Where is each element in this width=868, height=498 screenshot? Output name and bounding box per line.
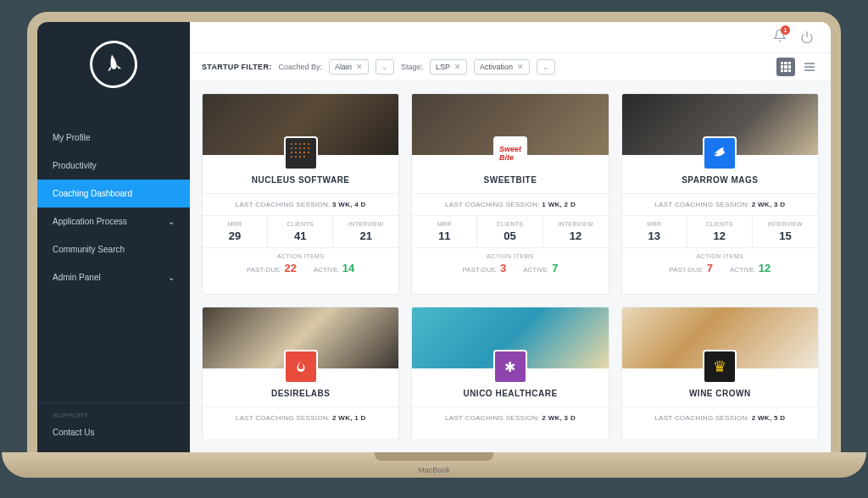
flame-icon	[293, 359, 309, 374]
last-session-row: LAST COACHING SESSION: 2 WK, 1 D	[203, 407, 398, 429]
startup-logo	[284, 350, 318, 384]
coach-dropdown[interactable]: ⌄	[376, 59, 394, 75]
card-hero	[203, 307, 398, 368]
chevron-down-icon: ⌄	[168, 273, 175, 282]
startup-cards-grid: NUCLEUS SOFTWARE LAST COACHING SESSION: …	[190, 81, 831, 452]
last-session-row: LAST COACHING SESSION: 1 WK, 2 D	[412, 193, 608, 215]
startup-card[interactable]: NUCLEUS SOFTWARE LAST COACHING SESSION: …	[202, 93, 399, 295]
nav-application-process[interactable]: Application Process⌄	[37, 208, 190, 235]
stats-row: MRR11 CLIENTS05 INTERVIEW12	[412, 215, 608, 247]
grid-view-button[interactable]	[776, 58, 795, 76]
stats-row: MRR29 CLIENTS41 INTERVIEW21	[203, 215, 398, 247]
card-hero: ✱	[412, 307, 608, 368]
startup-logo	[703, 136, 737, 170]
action-items-header: ACTION ITEMS	[412, 247, 608, 262]
list-icon	[804, 63, 815, 71]
close-icon[interactable]: ✕	[356, 63, 363, 71]
last-session-row: LAST COACHING SESSION: 2 WK, 5 D	[622, 407, 818, 429]
startup-card[interactable]: SweetBite SWEETBITE LAST COACHING SESSIO…	[411, 93, 609, 295]
card-hero: ♛	[622, 307, 818, 368]
action-items-row: PAST-DUE3 ACTIVE7	[412, 262, 608, 283]
bird-icon	[711, 145, 728, 162]
nav-contact-us[interactable]: Contact Us	[53, 428, 175, 437]
nav-coaching-dashboard[interactable]: Coaching Dashboard	[37, 180, 190, 208]
startup-logo: ♛	[703, 350, 737, 384]
card-hero	[203, 94, 398, 155]
startup-card[interactable]: SPARROW MAGS LAST COACHING SESSION: 2 WK…	[621, 93, 819, 295]
filter-chip-stage-lsp[interactable]: LSP✕	[430, 59, 467, 75]
support-header: SUPPORT	[53, 412, 175, 419]
support-section: SUPPORT Contact Us	[37, 402, 190, 452]
chevron-down-icon: ⌄	[168, 217, 175, 226]
startup-card[interactable]: DESIRELABS LAST COACHING SESSION: 2 WK, …	[202, 307, 399, 440]
coached-by-label: Coached By:	[279, 63, 323, 71]
filter-chip-stage-activation[interactable]: Activation✕	[474, 59, 530, 75]
filter-chip-coach[interactable]: Alain✕	[329, 59, 369, 75]
notifications-button[interactable]: 1	[773, 29, 787, 46]
topbar: 1	[190, 22, 831, 53]
notification-badge: 1	[781, 25, 790, 35]
startup-card[interactable]: ♛ WINE CROWN LAST COACHING SESSION: 2 WK…	[621, 307, 819, 440]
nav-menu: My Profile Productivity Coaching Dashboa…	[37, 107, 190, 394]
grid-icon	[781, 62, 791, 72]
action-items-row: PAST-DUE7 ACTIVE12	[622, 262, 818, 283]
rocket-icon	[100, 51, 127, 78]
stage-label: Stage:	[401, 63, 423, 71]
main-area: 1 STARTUP FILTER: Coached By: Alain✕ ⌄ S…	[190, 22, 831, 452]
last-session-row: LAST COACHING SESSION: 2 WK, 3 D	[622, 193, 818, 215]
action-items-row: PAST-DUE22 ACTIVE14	[203, 262, 398, 283]
stage-dropdown[interactable]: ⌄	[537, 59, 555, 75]
close-icon[interactable]: ✕	[517, 63, 524, 71]
card-hero	[622, 94, 818, 155]
startup-card[interactable]: ✱ UNICO HEALTHCARE LAST COACHING SESSION…	[411, 307, 609, 440]
nav-admin-panel[interactable]: Admin Panel⌄	[37, 263, 190, 291]
crown-icon: ♛	[713, 357, 726, 376]
sidebar: My Profile Productivity Coaching Dashboa…	[37, 22, 190, 452]
last-session-row: LAST COACHING SESSION: 2 WK, 3 D	[412, 407, 608, 429]
card-hero: SweetBite	[412, 94, 608, 155]
app-logo	[37, 22, 190, 107]
action-items-header: ACTION ITEMS	[622, 247, 818, 262]
close-icon[interactable]: ✕	[454, 63, 461, 71]
nav-productivity[interactable]: Productivity	[37, 152, 190, 180]
filter-bar: STARTUP FILTER: Coached By: Alain✕ ⌄ Sta…	[190, 53, 831, 81]
list-view-button[interactable]	[800, 58, 819, 76]
action-items-header: ACTION ITEMS	[203, 247, 398, 262]
power-icon[interactable]	[800, 30, 814, 44]
stats-row: MRR13 CLIENTS12 INTERVIEW15	[622, 215, 818, 247]
filter-title: STARTUP FILTER:	[202, 63, 272, 71]
startup-logo	[284, 136, 318, 170]
nav-my-profile[interactable]: My Profile	[37, 124, 190, 152]
startup-logo: SweetBite	[493, 136, 527, 170]
startup-logo: ✱	[493, 350, 527, 384]
last-session-row: LAST COACHING SESSION: 3 WK, 4 D	[203, 193, 398, 215]
nav-community-search[interactable]: Community Search	[37, 235, 190, 263]
